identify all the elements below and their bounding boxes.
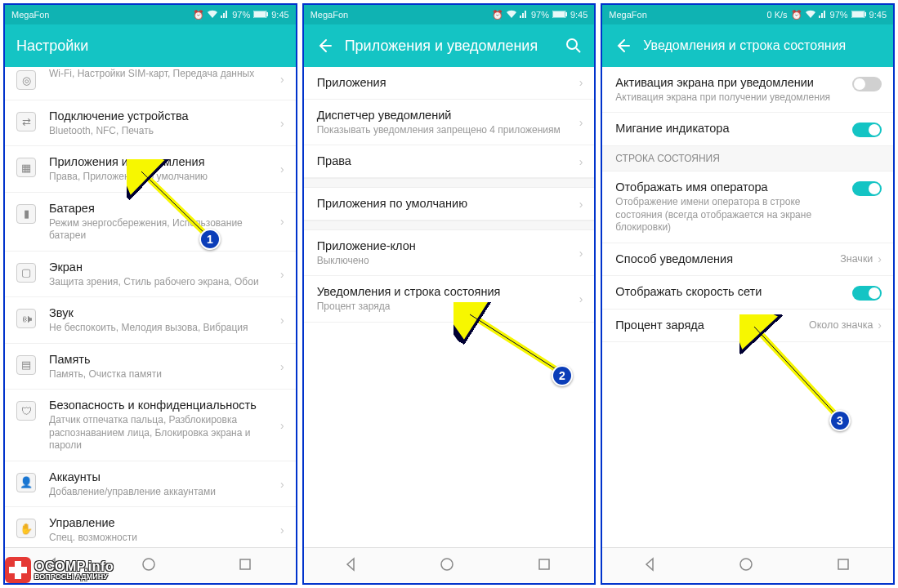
- settings-list[interactable]: ◎ Wi-Fi, Настройки SIM-карт, Передача да…: [5, 67, 296, 547]
- toggle-switch[interactable]: [852, 122, 882, 137]
- nav-recent-icon[interactable]: [536, 556, 556, 576]
- settings-row[interactable]: ▤ Память Память, Очистка памяти ›: [5, 344, 296, 390]
- svg-point-10: [441, 559, 453, 570]
- page-title: Настройки: [16, 38, 284, 55]
- settings-row[interactable]: Способ уведомления Значки›: [602, 243, 893, 276]
- svg-point-15: [740, 559, 752, 570]
- row-subtitle: Показывать уведомления запрещено 4 прило…: [317, 124, 574, 137]
- settings-row[interactable]: Отображать имя оператора Отображение име…: [602, 172, 893, 243]
- back-button[interactable]: [315, 37, 333, 55]
- battery-pct: 97%: [830, 10, 848, 20]
- nav-back-icon[interactable]: [342, 556, 362, 576]
- watermark-logo-icon: [5, 557, 31, 583]
- chevron-right-icon: ›: [280, 314, 284, 327]
- back-button[interactable]: [614, 37, 632, 55]
- alarm-icon: ⏰: [791, 10, 802, 20]
- settings-row[interactable]: Приложения по умолчанию ›: [304, 188, 595, 220]
- row-icon: 🛡: [15, 399, 38, 422]
- chevron-right-icon: ›: [878, 252, 882, 265]
- wifi-icon: [806, 10, 815, 20]
- row-title: Безопасность и конфиденциальность: [49, 398, 275, 413]
- chevron-right-icon: ›: [579, 155, 583, 168]
- settings-row[interactable]: Приложение-клон Выключено ›: [304, 230, 595, 276]
- carrier-label: MegaFon: [311, 10, 348, 20]
- row-title: Отображать скорость сети: [615, 284, 846, 300]
- app-bar: Уведомления и строка состояния: [602, 24, 893, 67]
- settings-row[interactable]: 🕪 Звук Не беспокоить, Мелодия вызова, Ви…: [5, 297, 296, 343]
- row-title: Приложения по умолчанию: [317, 196, 574, 212]
- toggle-switch[interactable]: [852, 286, 882, 301]
- chevron-right-icon: ›: [280, 117, 284, 130]
- settings-row[interactable]: ◎ Wi-Fi, Настройки SIM-карт, Передача да…: [5, 67, 296, 100]
- chevron-right-icon: ›: [878, 318, 882, 332]
- row-subtitle: Не беспокоить, Мелодия вызова, Вибрация: [49, 322, 275, 335]
- settings-row[interactable]: Активация экрана при уведомлении Активац…: [602, 67, 893, 113]
- nav-back-icon[interactable]: [641, 556, 661, 576]
- settings-row[interactable]: ▢ Экран Защита зрения, Стиль рабочего эк…: [5, 252, 296, 297]
- row-value: Значки: [840, 253, 873, 265]
- settings-row[interactable]: 👤 Аккаунты Добавление/управление аккаунт…: [5, 461, 296, 507]
- watermark: OCOMP.info ВОПРОСЫ АДМИНУ: [5, 557, 114, 583]
- page-title: Приложения и уведомления: [345, 38, 554, 55]
- chevron-right-icon: ›: [280, 478, 284, 491]
- apps-list[interactable]: Приложения › Диспетчер уведомлений Показ…: [304, 67, 595, 547]
- row-icon: ▤: [15, 354, 38, 376]
- settings-row[interactable]: ▦ Приложения и уведомления Права, Прилож…: [5, 146, 296, 192]
- row-title: Батарея: [49, 201, 275, 216]
- carrier-label: MegaFon: [609, 10, 646, 20]
- settings-row[interactable]: Процент заряда Около значка›: [602, 310, 893, 342]
- row-subtitle: Bluetooth, NFC, Печать: [49, 125, 275, 138]
- row-subtitle: Выключено: [317, 255, 574, 268]
- svg-rect-6: [553, 11, 565, 17]
- svg-rect-4: [240, 559, 250, 569]
- nav-home-icon[interactable]: [738, 556, 757, 576]
- signal-icon: [221, 10, 229, 20]
- settings-row[interactable]: Уведомления и строка состояния Процент з…: [304, 276, 595, 322]
- settings-row[interactable]: 🛡 Безопасность и конфиденциальность Датч…: [5, 390, 296, 461]
- battery-icon: [552, 10, 567, 20]
- row-subtitle: Спец. возможности: [49, 532, 275, 545]
- row-icon: ✋: [15, 517, 38, 540]
- settings-row[interactable]: Диспетчер уведомлений Показывать уведомл…: [304, 100, 595, 145]
- alarm-icon: ⏰: [492, 10, 503, 20]
- settings-row[interactable]: Мигание индикатора: [602, 113, 893, 146]
- clock-label: 9:45: [869, 10, 887, 20]
- chevron-right-icon: ›: [579, 247, 583, 260]
- settings-row[interactable]: Отображать скорость сети: [602, 276, 893, 310]
- section-header: СТРОКА СОСТОЯНИЯ: [602, 146, 893, 172]
- carrier-label: MegaFon: [11, 10, 49, 20]
- settings-row[interactable]: ✋ Управление Спец. возможности ›: [5, 507, 296, 547]
- search-button[interactable]: [565, 37, 583, 55]
- settings-row[interactable]: Приложения ›: [304, 67, 595, 100]
- chevron-right-icon: ›: [280, 360, 284, 373]
- battery-icon: [851, 10, 866, 20]
- phone-screen-3: MegaFon 0 K/s ⏰ 97% 9:45 Уведомления и с…: [601, 3, 895, 585]
- status-bar: MegaFon ⏰ 97% 9:45: [5, 5, 296, 24]
- nav-home-icon[interactable]: [141, 556, 160, 576]
- row-title: Уведомления и строка состояния: [317, 284, 574, 300]
- notifications-list[interactable]: Активация экрана при уведомлении Активац…: [602, 67, 893, 547]
- row-title: Звук: [49, 305, 275, 321]
- svg-rect-1: [254, 11, 266, 17]
- nav-home-icon[interactable]: [439, 556, 458, 576]
- annotation-badge-1: 1: [199, 229, 221, 250]
- svg-point-8: [567, 39, 577, 49]
- settings-row[interactable]: ▮ Батарея Режим энергосбережения, Исполь…: [5, 193, 296, 252]
- signal-icon: [520, 10, 528, 20]
- nav-recent-icon[interactable]: [237, 556, 257, 576]
- net-speed-label: 0 K/s: [766, 10, 787, 20]
- settings-row[interactable]: Права ›: [304, 145, 595, 178]
- status-bar: MegaFon ⏰ 97% 9:45: [304, 5, 595, 24]
- row-icon: 🕪: [15, 307, 38, 330]
- toggle-switch[interactable]: [852, 77, 882, 91]
- toggle-switch[interactable]: [852, 181, 882, 196]
- chevron-right-icon: ›: [280, 215, 284, 228]
- phone-screen-1: MegaFon ⏰ 97% 9:45 Настройки ◎ Wi-Fi, На…: [3, 3, 297, 585]
- clock-label: 9:45: [271, 10, 288, 20]
- nav-recent-icon[interactable]: [835, 556, 855, 576]
- svg-rect-7: [565, 12, 567, 16]
- settings-row[interactable]: ⇄ Подключение устройства Bluetooth, NFC,…: [5, 100, 296, 146]
- row-subtitle: Защита зрения, Стиль рабочего экрана, Об…: [49, 276, 275, 289]
- svg-line-9: [576, 48, 580, 52]
- chevron-right-icon: ›: [280, 419, 284, 432]
